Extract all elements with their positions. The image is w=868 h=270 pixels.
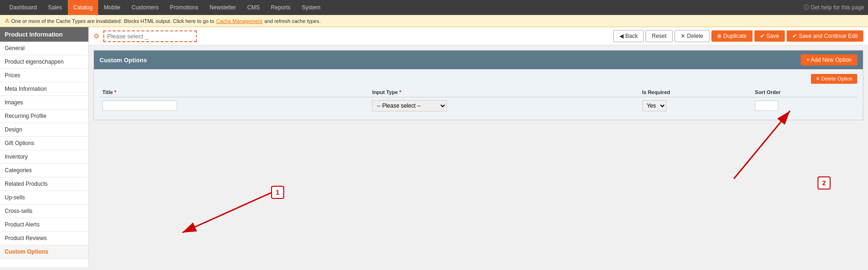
- svg-line-1: [182, 193, 271, 233]
- sidebar-item-categories[interactable]: Categories: [0, 164, 88, 177]
- cache-management-link[interactable]: Cache Management: [216, 18, 262, 24]
- custom-options-panel: Custom Options + Add New Option ✕ Delete…: [93, 50, 863, 120]
- nav-mobile[interactable]: Mobile: [98, 0, 126, 15]
- warning-icon: ⚠: [5, 18, 9, 24]
- sidebar-title: Product Information: [0, 27, 88, 42]
- sidebar-item-inventory[interactable]: Inventory: [0, 150, 88, 164]
- nav-cms[interactable]: CMS: [242, 0, 265, 15]
- back-icon: ◀: [619, 33, 624, 39]
- sidebar-item-product-alerts[interactable]: Product Alerts: [0, 218, 88, 232]
- nav-customers[interactable]: Customers: [126, 0, 164, 15]
- svg-line-2: [734, 111, 790, 179]
- sidebar: Product Information General Product eige…: [0, 27, 89, 267]
- product-title-input[interactable]: [103, 30, 197, 42]
- cache-warning-text-after: and refresh cache types.: [265, 18, 321, 24]
- col-input-type: Input Type *: [369, 88, 639, 97]
- input-type-required-star: *: [399, 89, 401, 95]
- reset-button[interactable]: Reset: [646, 30, 672, 42]
- delete-option-button[interactable]: ✕ Delete Option: [811, 74, 857, 84]
- sidebar-item-product-eigenschappen[interactable]: Product eigenschappen: [0, 55, 88, 69]
- callout-1: 1: [271, 186, 284, 199]
- duplicate-button[interactable]: ⊕ Duplicate: [711, 30, 753, 42]
- table-row: -- Please select -- Text Field Text Area…: [100, 97, 857, 115]
- help-link[interactable]: ⓘ Get help for this page: [803, 4, 864, 12]
- cache-warning-text-before: One or more of the Cache Types are inval…: [11, 18, 122, 24]
- col-title: Title *: [100, 88, 369, 97]
- save-icon: ✔: [760, 33, 765, 39]
- add-new-option-button[interactable]: + Add New Option: [801, 54, 857, 66]
- sort-order-input[interactable]: [755, 101, 778, 111]
- sidebar-item-custom-options[interactable]: Custom Options: [0, 245, 88, 259]
- sidebar-item-related-products[interactable]: Related Products: [0, 177, 88, 191]
- sidebar-item-recurring-profile[interactable]: Recurring Profile: [0, 109, 88, 123]
- duplicate-icon: ⊕: [717, 33, 722, 39]
- title-required-star: *: [114, 89, 116, 95]
- content-wrapper: Custom Options + Add New Option ✕ Delete…: [89, 50, 868, 120]
- col-sort-order: Sort Order: [752, 88, 857, 97]
- nav-system[interactable]: System: [296, 0, 326, 15]
- title-input[interactable]: [102, 101, 177, 111]
- back-button[interactable]: ◀ Back: [613, 30, 644, 42]
- annotation-2: 2: [818, 176, 831, 190]
- cache-warning-detail: Blocks HTML output. Click here to go to: [124, 18, 214, 24]
- sidebar-item-up-sells[interactable]: Up-sells: [0, 191, 88, 204]
- cache-warning-bar: ⚠ One or more of the Cache Types are inv…: [0, 15, 868, 27]
- panel-body: ✕ Delete Option Title * Input Type: [94, 69, 863, 120]
- sidebar-item-design[interactable]: Design: [0, 123, 88, 137]
- input-type-select[interactable]: -- Please select -- Text Field Text Area…: [372, 100, 447, 111]
- col-is-required: Is Required: [639, 88, 752, 97]
- sidebar-item-prices[interactable]: Prices: [0, 69, 88, 82]
- action-buttons: ◀ Back Reset ✕ Delete ⊕ Duplicate ✔ Save: [613, 30, 863, 42]
- nav-newsletter[interactable]: Newsletter: [204, 0, 242, 15]
- main-layout: Product Information General Product eige…: [0, 27, 868, 267]
- sidebar-item-images[interactable]: Images: [0, 96, 88, 109]
- delete-icon: ✕: [681, 33, 685, 39]
- callout-2: 2: [818, 176, 831, 190]
- sidebar-item-gift-options[interactable]: Gift Options: [0, 137, 88, 150]
- sidebar-item-product-reviews[interactable]: Product Reviews: [0, 232, 88, 245]
- nav-reports[interactable]: Reports: [265, 0, 296, 15]
- nav-catalog[interactable]: Catalog: [68, 0, 98, 15]
- nav-promotions[interactable]: Promotions: [165, 0, 204, 15]
- delete-button[interactable]: ✕ Delete: [674, 30, 710, 42]
- is-required-select[interactable]: Yes No: [642, 100, 667, 111]
- product-title-bar: ⚙ ◀ Back Reset ✕ Delete ⊕ Duplicate: [89, 27, 868, 45]
- options-table: Title * Input Type * Is Required Sort Or…: [100, 88, 857, 114]
- content-area: ⚙ ◀ Back Reset ✕ Delete ⊕ Duplicate: [89, 27, 868, 267]
- save-continue-button[interactable]: ✔ Save and Continue Edit: [787, 30, 863, 42]
- save-button[interactable]: ✔ Save: [754, 30, 785, 42]
- product-title-icon: ⚙: [93, 32, 100, 40]
- panel-header: Custom Options + Add New Option: [94, 51, 863, 69]
- nav-sales[interactable]: Sales: [43, 0, 68, 15]
- sidebar-item-cross-sells[interactable]: Cross-sells: [0, 204, 88, 218]
- annotation-1: 1: [271, 186, 284, 199]
- sidebar-item-meta-information[interactable]: Meta Information: [0, 82, 88, 96]
- top-navigation: Dashboard Sales Catalog Mobile Customers…: [0, 0, 868, 15]
- sidebar-item-general[interactable]: General: [0, 42, 88, 55]
- save-continue-icon: ✔: [792, 33, 797, 39]
- nav-dashboard[interactable]: Dashboard: [4, 0, 43, 15]
- panel-title: Custom Options: [100, 57, 147, 64]
